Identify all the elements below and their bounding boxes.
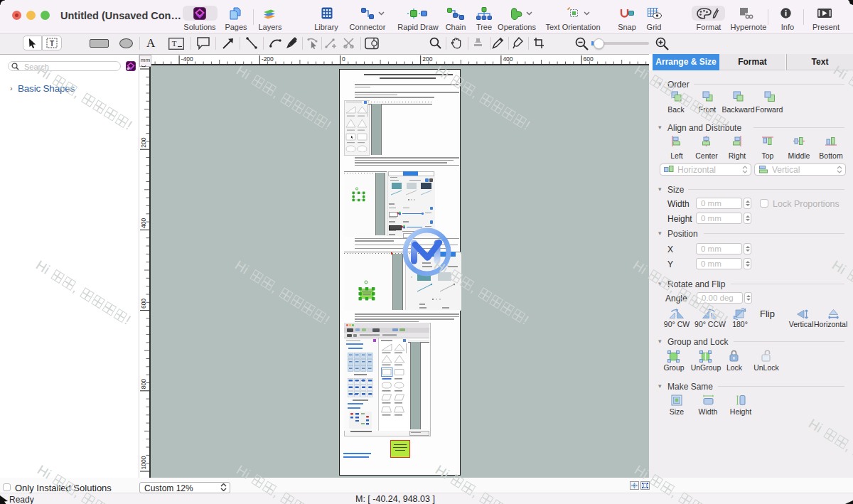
svg-text:0: 0 [342, 55, 345, 63]
svg-text:200: 200 [422, 55, 432, 63]
svg-text:-200: -200 [262, 55, 274, 63]
svg-text:T: T [172, 39, 177, 48]
svg-text:-400: -400 [181, 55, 193, 63]
svg-text:400: 400 [503, 55, 513, 63]
svg-text:600: 600 [140, 299, 147, 309]
svg-text:200: 200 [140, 137, 147, 147]
svg-text:T: T [50, 40, 54, 48]
svg-text:400: 400 [140, 218, 147, 227]
svg-text:800: 800 [140, 379, 147, 389]
svg-text:600: 600 [584, 55, 594, 63]
svg-text:1000: 1000 [140, 456, 147, 469]
svg-text:0: 0 [140, 65, 147, 68]
